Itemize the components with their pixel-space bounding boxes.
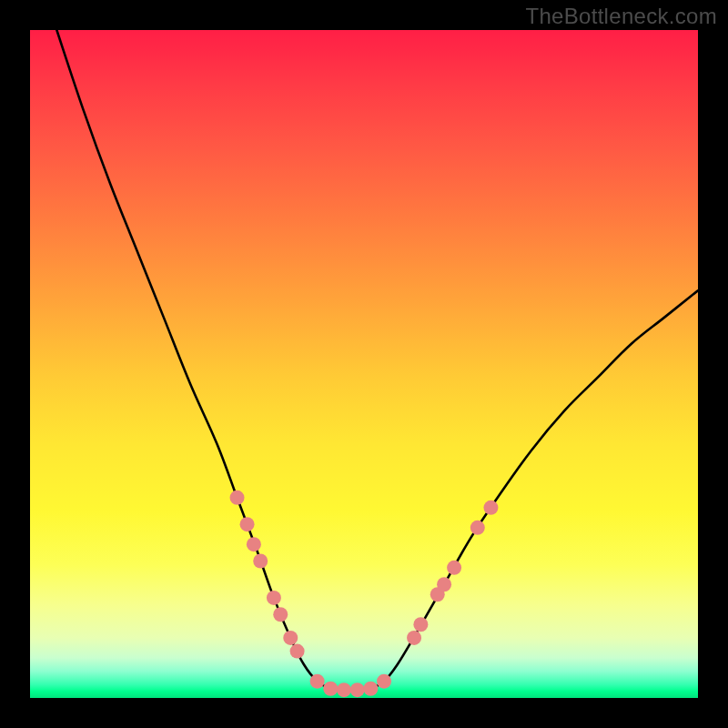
data-point-marker	[470, 521, 485, 535]
data-point-marker	[240, 517, 255, 531]
curve-overlay	[30, 30, 698, 698]
chart-frame: TheBottleneck.com	[0, 0, 728, 728]
bottleneck-curve	[56, 30, 698, 690]
data-point-marker	[437, 577, 451, 592]
data-point-marker	[247, 537, 261, 551]
data-point-marker	[447, 561, 461, 575]
data-point-marker	[283, 631, 298, 645]
data-point-marker	[363, 682, 378, 696]
data-point-marker	[273, 607, 288, 622]
data-point-marker	[230, 490, 245, 505]
data-point-marker	[323, 682, 338, 696]
data-point-marker	[290, 644, 305, 659]
data-point-marker	[337, 682, 351, 697]
watermark-text: TheBottleneck.com	[525, 4, 717, 29]
data-point-marker	[310, 674, 325, 689]
curve-markers	[230, 490, 499, 697]
data-point-marker	[253, 554, 268, 569]
data-point-marker	[407, 631, 421, 645]
data-point-marker	[483, 500, 498, 515]
data-point-marker	[377, 674, 391, 689]
data-point-marker	[267, 591, 281, 605]
data-point-marker	[350, 682, 365, 697]
data-point-marker	[413, 617, 428, 632]
